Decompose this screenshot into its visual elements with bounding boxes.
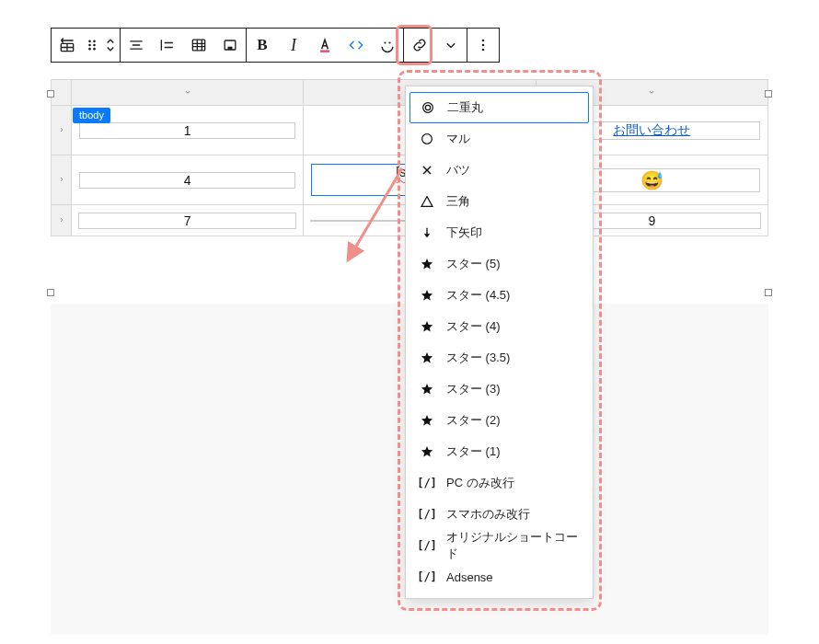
svg-point-17 xyxy=(422,134,433,144)
options-button[interactable] xyxy=(467,29,499,62)
dropdown-item-label: 下矢印 xyxy=(446,224,482,241)
selection-handle[interactable] xyxy=(765,90,772,98)
dropdown-item[interactable]: [/]PC のみ改行 xyxy=(410,467,589,499)
cell-text: 1 xyxy=(184,123,191,138)
star-icon xyxy=(419,412,435,429)
cell-text: 9 xyxy=(648,213,655,228)
chevron-down-icon xyxy=(183,87,192,98)
svg-point-10 xyxy=(384,41,386,43)
dropdown-item[interactable]: 下矢印 xyxy=(410,217,589,248)
dropdown-item[interactable]: スター (4.5) xyxy=(410,280,589,311)
dropdown-item[interactable]: バツ xyxy=(410,155,589,186)
cell-emoji: 😅 xyxy=(640,169,663,191)
dropdown-item[interactable]: スター (1) xyxy=(410,436,589,467)
dropdown-item[interactable]: マル xyxy=(410,123,589,155)
selection-handle[interactable] xyxy=(47,289,54,296)
dropdown-item-label: スマホのみ改行 xyxy=(446,506,530,523)
row-header[interactable] xyxy=(52,205,72,236)
svg-point-16 xyxy=(425,105,430,109)
circle-icon xyxy=(419,131,435,147)
row-header[interactable] xyxy=(52,155,72,205)
svg-point-4 xyxy=(93,44,96,47)
shortcode-icon: [/] xyxy=(419,569,435,585)
dropdown-item[interactable]: 二重丸 xyxy=(410,92,589,123)
svg-point-3 xyxy=(88,44,91,47)
table-cell[interactable]: 4 xyxy=(72,155,304,205)
tbody-tag-label: tbody xyxy=(73,108,110,123)
dropdown-item[interactable]: [/]スマホのみ改行 xyxy=(410,499,589,530)
dropdown-item[interactable]: 三角 xyxy=(410,186,589,217)
dropdown-item-label: マル xyxy=(446,131,470,147)
star-icon xyxy=(419,287,435,304)
selection-handle[interactable] xyxy=(765,289,772,296)
emoji-button[interactable] xyxy=(372,29,403,62)
selection-handle[interactable] xyxy=(47,90,54,98)
dropdown-item-label: スター (4) xyxy=(446,318,501,335)
cross-icon xyxy=(419,162,435,178)
dropdown-item-label: 三角 xyxy=(446,193,470,210)
star-icon xyxy=(419,256,435,272)
dropdown-item[interactable]: スター (4) xyxy=(410,311,589,342)
svg-point-13 xyxy=(482,44,485,47)
double-circle-icon xyxy=(420,99,436,116)
more-inline-button[interactable] xyxy=(435,29,467,62)
dropdown-item[interactable]: [/]オリジナルショートコード xyxy=(410,530,589,561)
move-up-down-icon[interactable] xyxy=(101,29,120,62)
dropdown-item-label: PC のみ改行 xyxy=(446,475,514,491)
row-header[interactable] xyxy=(52,106,72,155)
arrow-down-icon xyxy=(419,224,435,241)
align-left-indent-icon[interactable] xyxy=(152,29,183,62)
cell-border-icon[interactable] xyxy=(214,29,246,62)
svg-point-12 xyxy=(482,40,485,42)
cell-text: 7 xyxy=(184,213,191,228)
column-header[interactable] xyxy=(72,80,304,106)
insert-table-icon[interactable] xyxy=(183,29,214,62)
bold-button[interactable]: B xyxy=(247,29,278,62)
triangle-icon xyxy=(419,193,435,210)
star-icon xyxy=(419,318,435,335)
svg-point-11 xyxy=(388,41,390,43)
chevron-down-icon xyxy=(647,87,656,98)
shortcode-icon: [/] xyxy=(419,506,435,523)
table-block-icon[interactable] xyxy=(52,29,83,62)
star-icon xyxy=(419,443,435,460)
star-icon xyxy=(419,381,435,397)
svg-point-2 xyxy=(93,40,96,43)
shortcode-dropdown: 二重丸マルバツ三角下矢印スター (5)スター (4.5)スター (4)スター (… xyxy=(405,86,594,599)
text-color-button[interactable] xyxy=(309,29,340,62)
dropdown-item[interactable]: スター (2) xyxy=(410,405,589,436)
dropdown-item-label: オリジナルショートコード xyxy=(446,529,580,562)
dropdown-item[interactable]: スター (5) xyxy=(410,248,589,280)
dropdown-item-label: バツ xyxy=(446,162,470,178)
cell-text: 4 xyxy=(184,173,191,188)
dropdown-item[interactable]: スター (3) xyxy=(410,374,589,405)
dropdown-item-label: スター (5) xyxy=(446,256,501,272)
dropdown-item[interactable]: スター (3.5) xyxy=(410,342,589,374)
svg-point-1 xyxy=(88,40,91,43)
dropdown-item-label: Adsense xyxy=(446,570,493,584)
dropdown-item-label: スター (3) xyxy=(446,381,501,397)
italic-button[interactable]: I xyxy=(278,29,309,62)
drag-handle-icon[interactable] xyxy=(83,29,101,62)
svg-rect-9 xyxy=(228,47,233,50)
svg-point-6 xyxy=(93,48,96,51)
code-button[interactable] xyxy=(340,29,372,62)
align-center-icon[interactable] xyxy=(121,29,152,62)
svg-point-14 xyxy=(482,49,485,52)
cell-link[interactable]: お問い合わせ xyxy=(613,122,690,139)
shortcode-icon: [/] xyxy=(419,537,435,554)
dropdown-item-label: スター (3.5) xyxy=(446,350,510,366)
table-cell[interactable]: 7 xyxy=(72,205,304,236)
dropdown-item-label: スター (1) xyxy=(446,443,501,460)
italic-label: I xyxy=(291,36,296,55)
dropdown-item[interactable]: [/]Adsense xyxy=(410,561,589,592)
link-button[interactable] xyxy=(404,29,435,62)
dropdown-item-label: 二重丸 xyxy=(447,99,483,116)
shortcode-icon: [/] xyxy=(419,475,435,491)
svg-point-15 xyxy=(423,103,433,113)
dropdown-item-label: スター (4.5) xyxy=(446,287,510,304)
block-toolbar: B I xyxy=(51,28,500,63)
svg-point-5 xyxy=(88,48,91,51)
dropdown-item-label: スター (2) xyxy=(446,412,501,429)
star-icon xyxy=(419,350,435,366)
